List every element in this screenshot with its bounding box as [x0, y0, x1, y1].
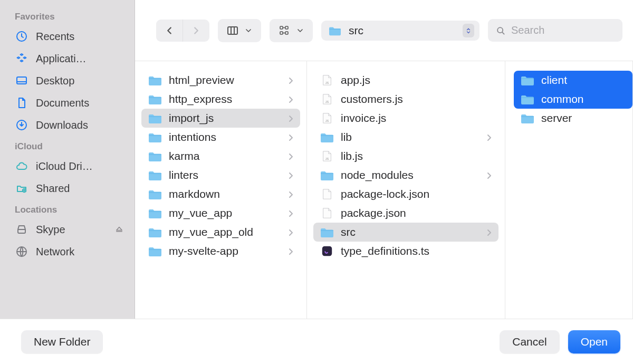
file-item[interactable]: html_preview — [141, 71, 300, 90]
folder-icon — [328, 25, 342, 36]
file-item-label: my_vue_app_old — [169, 226, 281, 238]
file-item[interactable]: http_express — [141, 90, 300, 109]
search-input[interactable] — [511, 24, 615, 36]
chevron-right-icon — [287, 172, 294, 178]
folder-icon — [148, 207, 162, 219]
cancel-button[interactable]: Cancel — [500, 330, 559, 353]
chevron-right-icon — [486, 172, 492, 178]
file-item[interactable]: customers.js — [313, 90, 498, 109]
file-item-label: karma — [169, 150, 281, 162]
file-item-label: type_definitions.ts — [341, 245, 492, 257]
js-icon — [320, 74, 334, 87]
file-item-label: http_express — [169, 93, 281, 106]
view-columns-button[interactable] — [218, 19, 261, 42]
file-item[interactable]: lib.js — [313, 147, 498, 166]
file-item[interactable]: server — [514, 109, 632, 128]
sidebar-item[interactable]: Recents — [0, 25, 135, 47]
file-item-label: package.json — [341, 207, 492, 219]
new-folder-button[interactable]: New Folder — [21, 330, 103, 353]
chevron-down-icon — [244, 26, 253, 35]
sidebar-item[interactable]: Skype — [0, 218, 135, 241]
sidebar-item[interactable]: Desktop — [0, 70, 135, 92]
file-item[interactable]: my_vue_app — [141, 204, 300, 223]
file-item-label: app.js — [341, 74, 492, 87]
file-item[interactable]: lib — [313, 128, 498, 147]
file-icon — [320, 188, 334, 200]
chevron-down-icon — [296, 26, 304, 35]
sidebar-item[interactable]: Applicati… — [0, 47, 135, 70]
shared-icon — [15, 181, 28, 195]
file-item[interactable]: package-lock.json — [313, 185, 498, 204]
open-button[interactable]: Open — [568, 330, 620, 353]
footer: New Folder Cancel Open — [0, 319, 633, 364]
sidebar-item-label: Shared — [36, 183, 70, 195]
column-2[interactable]: app.js customers.js invoice.js lib lib.j… — [307, 61, 505, 319]
file-item[interactable]: client — [514, 71, 632, 90]
file-item[interactable]: invoice.js — [313, 109, 498, 128]
desktop-icon — [15, 74, 28, 88]
folder-icon — [320, 131, 334, 143]
folder-icon — [520, 74, 535, 87]
file-item[interactable]: package.json — [313, 204, 498, 223]
sidebar-item[interactable]: Documents — [0, 92, 135, 114]
chevron-right-icon — [287, 229, 294, 235]
file-icon — [320, 207, 334, 219]
nav-buttons — [156, 20, 209, 42]
path-label: src — [349, 24, 456, 37]
file-item-label: node_modules — [341, 169, 479, 181]
open-dialog: Favorites Recents Applicati… Desktop Doc… — [0, 0, 633, 364]
file-item-label: server — [541, 112, 626, 124]
folder-icon — [148, 93, 162, 106]
file-item-label: markdown — [169, 188, 281, 200]
file-item-label: import_js — [169, 112, 281, 124]
sidebar-item-label: Recents — [36, 31, 74, 43]
toolbar: src — [135, 0, 633, 61]
group-by-button[interactable] — [270, 19, 313, 42]
file-item-label: my-svelte-app — [169, 245, 281, 257]
sidebar: Favorites Recents Applicati… Desktop Doc… — [0, 0, 135, 319]
sidebar-item[interactable]: Downloads — [0, 114, 135, 136]
file-item[interactable]: common — [514, 90, 632, 109]
sidebar-item[interactable]: Network — [0, 241, 135, 263]
column-browser: html_preview http_express import_js inte… — [135, 61, 633, 319]
folder-icon — [148, 188, 162, 200]
file-item[interactable]: type_definitions.ts — [313, 242, 498, 261]
file-item-label: common — [541, 93, 626, 106]
file-item[interactable]: src — [313, 223, 498, 242]
file-item-label: lib.js — [341, 150, 492, 162]
file-item[interactable]: intentions — [141, 128, 300, 147]
file-item[interactable]: karma — [141, 147, 300, 166]
column-3[interactable]: client common server — [505, 61, 633, 319]
sidebar-section-icloud: iCloud — [0, 136, 135, 155]
eject-icon[interactable] — [114, 225, 124, 234]
chevron-right-icon — [486, 134, 492, 140]
chevron-right-icon — [287, 77, 294, 83]
chevron-right-icon — [287, 248, 294, 254]
search-field[interactable] — [488, 19, 622, 42]
chevron-right-icon — [287, 115, 294, 121]
file-item[interactable]: node_modules — [313, 166, 498, 185]
columns-icon — [226, 24, 239, 37]
clock-icon — [15, 30, 28, 43]
chevron-right-icon — [287, 153, 294, 159]
sidebar-item-label: Applicati… — [36, 53, 87, 65]
file-item[interactable]: import_js — [141, 109, 300, 128]
folder-icon — [520, 93, 535, 106]
file-item[interactable]: my-svelte-app — [141, 242, 300, 261]
sidebar-item-label: Network — [36, 246, 74, 258]
chevron-right-icon — [287, 96, 294, 102]
file-item[interactable]: my_vue_app_old — [141, 223, 300, 242]
file-item[interactable]: app.js — [313, 71, 498, 90]
sidebar-section-favorites: Favorites — [0, 6, 135, 25]
column-1[interactable]: html_preview http_express import_js inte… — [135, 61, 307, 319]
js-icon — [320, 93, 334, 106]
path-dropdown[interactable]: src — [321, 21, 479, 41]
sidebar-item[interactable]: Shared — [0, 177, 135, 199]
back-button[interactable] — [156, 20, 183, 42]
folder-icon — [148, 112, 162, 124]
file-item[interactable]: markdown — [141, 185, 300, 204]
folder-icon — [320, 226, 334, 238]
sidebar-item[interactable]: iCloud Dri… — [0, 155, 135, 177]
file-item[interactable]: linters — [141, 166, 300, 185]
forward-button[interactable] — [183, 20, 209, 42]
